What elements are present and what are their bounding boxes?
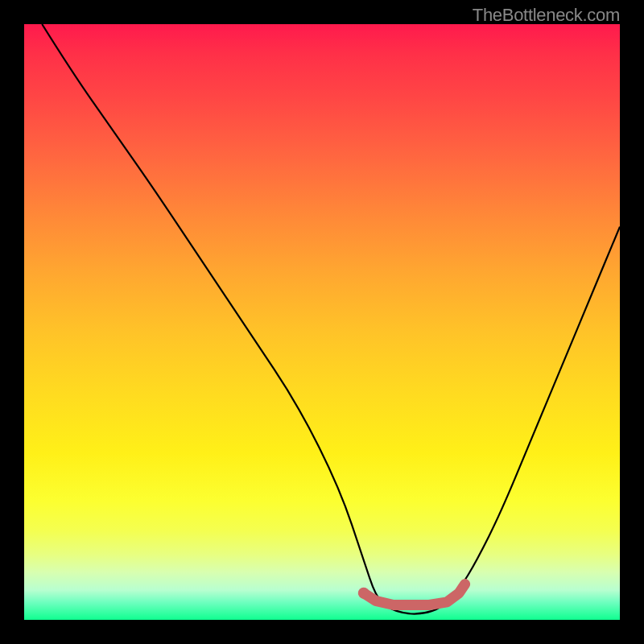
optimal-zone-dot — [358, 588, 369, 599]
optimal-zone-path — [364, 584, 465, 605]
watermark-text: TheBottleneck.com — [473, 5, 620, 26]
bottleneck-curve-path — [42, 24, 620, 614]
curve-svg — [24, 24, 620, 620]
chart-container — [24, 24, 620, 620]
plot-area — [24, 24, 620, 620]
